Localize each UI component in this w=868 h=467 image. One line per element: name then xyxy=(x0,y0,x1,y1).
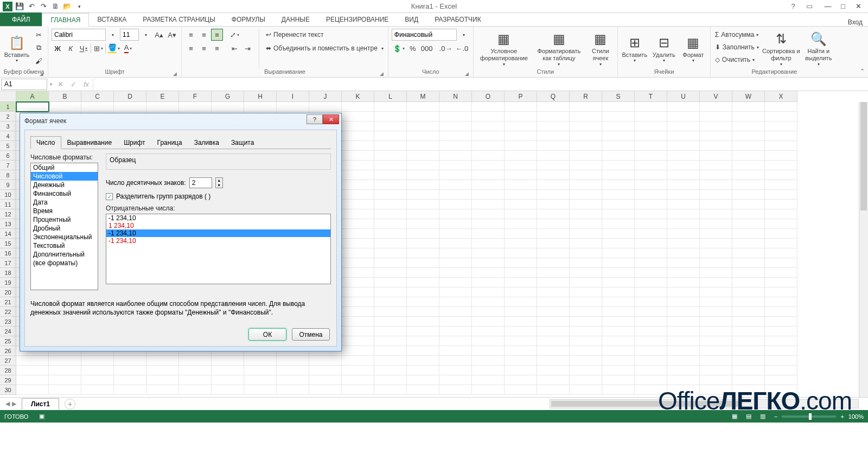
dialog-help-icon[interactable]: ? xyxy=(307,114,323,124)
cell[interactable] xyxy=(570,112,602,121)
sort-filter-button[interactable]: ⇅Сортировка и фильтр▾ xyxy=(762,29,800,68)
cell[interactable] xyxy=(537,161,570,170)
row-header[interactable]: 1 xyxy=(0,102,16,112)
decimals-input[interactable] xyxy=(189,177,212,188)
cell[interactable] xyxy=(667,297,700,307)
dialog-tab-number[interactable]: Число xyxy=(30,136,61,149)
cell[interactable] xyxy=(700,131,732,141)
cell[interactable] xyxy=(81,356,114,366)
cell[interactable] xyxy=(602,327,635,336)
cell[interactable] xyxy=(439,190,472,200)
cell[interactable] xyxy=(342,375,374,385)
cell[interactable] xyxy=(277,366,309,375)
decrease-indent-icon[interactable]: ⇤ xyxy=(228,42,240,54)
cell[interactable] xyxy=(732,112,765,121)
category-item[interactable]: Числовой xyxy=(31,172,98,181)
percent-format-icon[interactable]: % xyxy=(407,42,419,54)
cell[interactable] xyxy=(765,248,797,258)
clipboard-launcher-icon[interactable]: ◢ xyxy=(40,71,43,76)
cell[interactable] xyxy=(439,131,472,141)
cell[interactable] xyxy=(700,356,732,366)
cell[interactable] xyxy=(667,219,700,229)
cell[interactable] xyxy=(732,375,765,385)
cell[interactable] xyxy=(472,248,505,258)
cell[interactable] xyxy=(342,229,374,239)
cell[interactable] xyxy=(537,209,570,219)
cell[interactable] xyxy=(342,366,374,375)
cell[interactable] xyxy=(537,141,570,151)
cell[interactable] xyxy=(570,297,602,307)
cell[interactable] xyxy=(602,200,635,209)
maximize-icon[interactable]: □ xyxy=(835,1,851,12)
cell[interactable] xyxy=(635,102,667,112)
cell[interactable] xyxy=(537,180,570,190)
cell[interactable] xyxy=(570,121,602,131)
row-header[interactable]: 15 xyxy=(0,239,16,248)
cell[interactable] xyxy=(146,102,179,112)
cell[interactable] xyxy=(635,112,667,121)
cell[interactable] xyxy=(505,356,537,366)
row-header[interactable]: 30 xyxy=(0,385,16,395)
cell[interactable] xyxy=(374,375,407,385)
cell[interactable] xyxy=(407,229,439,239)
cell[interactable] xyxy=(505,141,537,151)
cell[interactable] xyxy=(570,327,602,336)
cell[interactable] xyxy=(212,356,244,366)
fill-button[interactable]: ⬇Заполнить▾ xyxy=(714,41,760,53)
cell[interactable] xyxy=(570,258,602,268)
cell[interactable] xyxy=(602,209,635,219)
cell[interactable] xyxy=(602,219,635,229)
cell[interactable] xyxy=(407,219,439,229)
cell[interactable] xyxy=(439,200,472,209)
cell[interactable] xyxy=(537,327,570,336)
column-header[interactable]: V xyxy=(700,91,732,102)
cell[interactable] xyxy=(570,200,602,209)
cell[interactable] xyxy=(505,248,537,258)
row-header[interactable]: 9 xyxy=(0,180,16,190)
cell[interactable] xyxy=(700,375,732,385)
row-header[interactable]: 26 xyxy=(0,346,16,356)
cell[interactable] xyxy=(439,297,472,307)
cell[interactable] xyxy=(765,151,797,161)
cell[interactable] xyxy=(439,268,472,278)
cell[interactable] xyxy=(635,170,667,180)
cell[interactable] xyxy=(732,161,765,170)
cell[interactable] xyxy=(439,336,472,346)
cell[interactable] xyxy=(374,200,407,209)
cell[interactable] xyxy=(667,287,700,297)
fill-color-icon[interactable]: 🪣 xyxy=(107,42,121,54)
cell[interactable] xyxy=(342,170,374,180)
cell[interactable] xyxy=(439,180,472,190)
row-header[interactable]: 20 xyxy=(0,287,16,297)
column-header[interactable]: U xyxy=(667,91,700,102)
cell[interactable] xyxy=(602,317,635,327)
cell[interactable] xyxy=(472,141,505,151)
number-launcher-icon[interactable]: ◢ xyxy=(465,71,469,76)
cell[interactable] xyxy=(700,327,732,336)
qat-customize-icon[interactable]: ▾ xyxy=(74,1,85,12)
cell[interactable] xyxy=(472,102,505,112)
macro-record-icon[interactable]: ▣ xyxy=(39,413,44,420)
tab-home[interactable]: ГЛАВНАЯ xyxy=(42,13,89,27)
cell[interactable] xyxy=(439,209,472,219)
cell[interactable] xyxy=(732,346,765,356)
redo-icon[interactable]: ↷ xyxy=(38,1,49,12)
cell[interactable] xyxy=(472,219,505,229)
cell[interactable] xyxy=(342,121,374,131)
cell[interactable] xyxy=(439,356,472,366)
cell[interactable] xyxy=(505,219,537,229)
column-header[interactable]: J xyxy=(309,91,342,102)
column-header[interactable]: O xyxy=(472,91,505,102)
cut-icon[interactable]: ✂ xyxy=(33,29,44,41)
row-header[interactable]: 2 xyxy=(0,112,16,121)
cell[interactable] xyxy=(667,317,700,327)
row-header[interactable]: 28 xyxy=(0,366,16,375)
cell[interactable] xyxy=(537,307,570,317)
column-header[interactable]: T xyxy=(635,91,667,102)
cell[interactable] xyxy=(505,307,537,317)
formula-input[interactable] xyxy=(93,79,868,90)
cell[interactable] xyxy=(732,307,765,317)
column-header[interactable]: H xyxy=(244,91,277,102)
column-header[interactable]: W xyxy=(732,91,765,102)
cell[interactable] xyxy=(700,336,732,346)
